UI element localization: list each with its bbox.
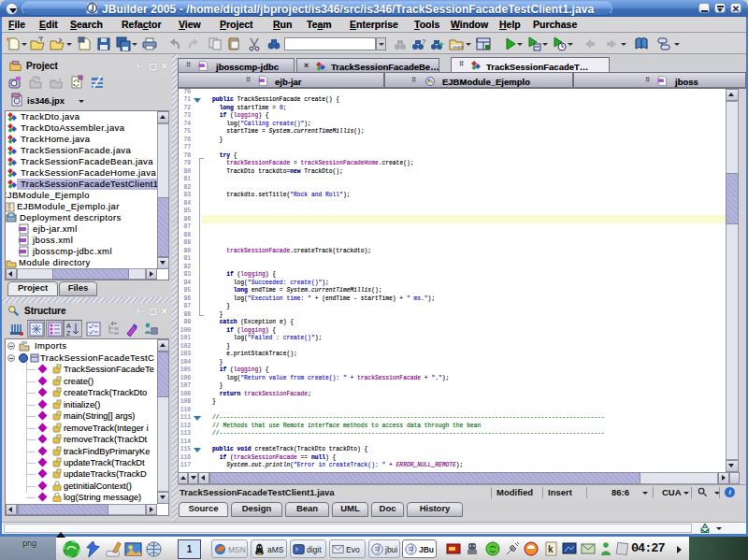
svg-text:?: ?: [422, 37, 426, 46]
svg-text:Z: Z: [66, 330, 71, 337]
svg-text:?: ?: [134, 324, 137, 331]
svg-text:A: A: [66, 323, 71, 329]
svg-text:k: k: [548, 544, 554, 554]
svg-text:BEANS: BEANS: [453, 45, 464, 50]
